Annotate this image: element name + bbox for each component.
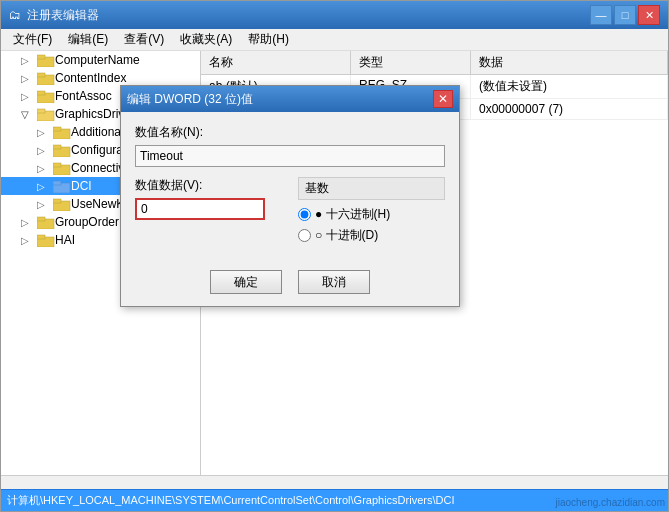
hex-radio[interactable] <box>298 208 311 221</box>
value-data-input[interactable] <box>135 198 265 220</box>
hex-radio-row[interactable]: ● 十六进制(H) <box>298 206 445 223</box>
dialog-body: 数值名称(N): 数值数据(V): 基数 ● 十六进制(H) <box>121 112 459 306</box>
base-title: 基数 <box>298 177 445 200</box>
value-data-label: 数值数据(V): <box>135 177 282 194</box>
value-name-label: 数值名称(N): <box>135 124 445 141</box>
dialog-title-bar: 编辑 DWORD (32 位)值 ✕ <box>121 86 459 112</box>
hex-label: ● 十六进制(H) <box>315 206 390 223</box>
dec-radio[interactable] <box>298 229 311 242</box>
dialog-overlay: 编辑 DWORD (32 位)值 ✕ 数值名称(N): 数值数据(V): 基数 <box>0 0 669 512</box>
dec-label: ○ 十进制(D) <box>315 227 378 244</box>
dialog-close-button[interactable]: ✕ <box>433 90 453 108</box>
ok-button[interactable]: 确定 <box>210 270 282 294</box>
cancel-button[interactable]: 取消 <box>298 270 370 294</box>
dialog-row: 数值数据(V): 基数 ● 十六进制(H) ○ 十进制(D) <box>135 177 445 248</box>
value-data-section: 数值数据(V): <box>135 177 282 220</box>
value-name-input[interactable] <box>135 145 445 167</box>
base-section: 基数 ● 十六进制(H) ○ 十进制(D) <box>298 177 445 248</box>
dialog-buttons: 确定 取消 <box>135 262 445 294</box>
dec-radio-row[interactable]: ○ 十进制(D) <box>298 227 445 244</box>
dialog-title: 编辑 DWORD (32 位)值 <box>127 91 253 108</box>
edit-dword-dialog: 编辑 DWORD (32 位)值 ✕ 数值名称(N): 数值数据(V): 基数 <box>120 85 460 307</box>
